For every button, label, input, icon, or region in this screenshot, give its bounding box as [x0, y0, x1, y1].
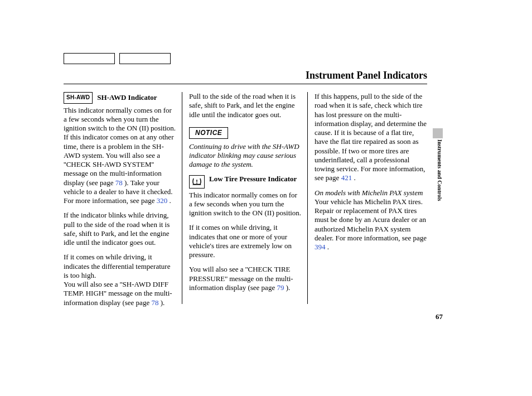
- svg-point-1: [196, 182, 197, 183]
- body-text: This indicator normally comes on for a f…: [64, 106, 176, 187]
- section-tab-label: Instruments and Controls: [433, 139, 443, 240]
- sh-awd-heading: SH-AWD Indicator: [97, 94, 157, 102]
- sh-awd-para-3: If it comes on while driving, it indicat…: [64, 253, 176, 280]
- sh-awd-para-2: If the indicator blinks while driving, p…: [64, 211, 176, 247]
- notice-label: NOTICE: [189, 127, 228, 139]
- page-number: 67: [436, 312, 443, 321]
- col2-para-1: Pull to the side of the road when it is …: [189, 92, 302, 119]
- page-link-78[interactable]: 78: [115, 178, 123, 187]
- body-text: Your vehicle has Michelin PAX tires. Rep…: [315, 197, 427, 242]
- col3-para-2: Your vehicle has Michelin PAX tires. Rep…: [315, 197, 427, 252]
- placeholder-box-2: [119, 53, 171, 64]
- tpms-para-1: This indicator normally comes on for a f…: [189, 191, 302, 218]
- tpms-para-2: If it comes on while driving, it indicat…: [189, 223, 302, 259]
- body-text: .: [352, 173, 356, 182]
- page-link-320[interactable]: 320: [157, 196, 168, 205]
- pax-subheading: On models with Michelin PAX system: [315, 189, 427, 197]
- sh-awd-para-1: This indicator normally comes on for a f…: [64, 106, 176, 206]
- page-link-78b[interactable]: 78: [151, 298, 158, 307]
- manual-page: Instrument Panel Indicators Instruments …: [0, 0, 532, 396]
- tpms-indicator-heading-row: Low Tire Pressure Indicator: [189, 175, 302, 189]
- column-1: SH-AWD SH-AWD Indicator This indicator n…: [64, 92, 182, 304]
- section-tab-marker: [433, 128, 443, 138]
- top-placeholder-boxes: [64, 53, 171, 64]
- sh-awd-icon: SH-AWD: [64, 92, 93, 104]
- tpms-heading: Low Tire Pressure Indicator: [209, 175, 297, 183]
- tpms-icon: [189, 175, 205, 189]
- notice-text: Continuing to drive with the SH-AWD indi…: [189, 142, 302, 170]
- content-columns: SH-AWD SH-AWD Indicator This indicator n…: [64, 92, 427, 304]
- body-text: If this happens, pull to the side of the…: [315, 92, 427, 182]
- column-3: If this happens, pull to the side of the…: [307, 92, 427, 304]
- low-tire-pressure-icon: [192, 177, 202, 186]
- title-rule: [64, 84, 427, 84]
- col3-para-1: If this happens, pull to the side of the…: [315, 92, 427, 183]
- body-text: ).: [158, 298, 165, 307]
- page-link-421[interactable]: 421: [341, 173, 352, 182]
- column-2: Pull to the side of the road when it is …: [182, 92, 307, 304]
- body-text: .: [326, 243, 330, 251]
- body-text: ).: [284, 283, 290, 292]
- sh-awd-indicator-heading-row: SH-AWD SH-AWD Indicator: [64, 92, 176, 104]
- tpms-para-3: You will also see a ''CHECK TIRE PRESSUR…: [189, 265, 302, 292]
- placeholder-box-1: [64, 53, 115, 64]
- sh-awd-para-4: You will also see a ''SH-AWD DIFF TEMP. …: [64, 280, 176, 307]
- page-link-79[interactable]: 79: [277, 283, 284, 292]
- page-link-394[interactable]: 394: [315, 243, 326, 251]
- page-title: Instrument Panel Indicators: [306, 69, 427, 82]
- body-text: .: [167, 196, 171, 205]
